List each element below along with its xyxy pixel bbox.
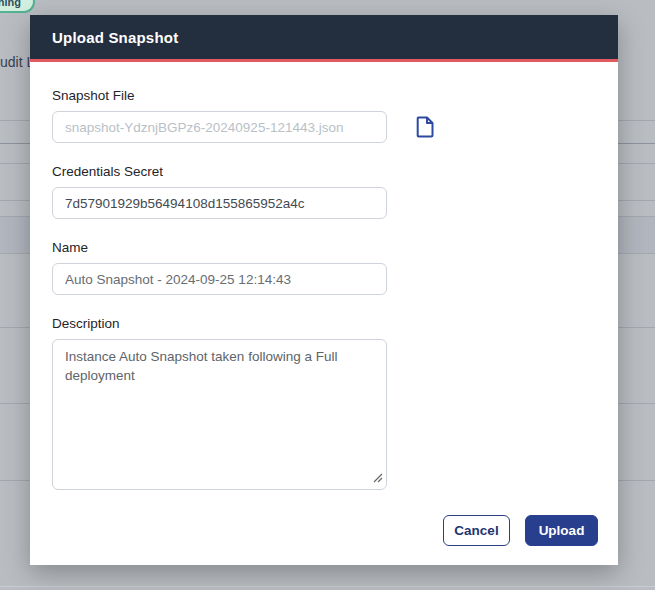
cancel-button[interactable]: Cancel: [443, 515, 510, 546]
credentials-secret-label: Credentials Secret: [52, 164, 596, 179]
status-badge: running: [0, 0, 35, 13]
modal-body: Snapshot File Credentials Secret Name De…: [30, 62, 618, 515]
modal-title: Upload Snapshot: [52, 29, 178, 46]
description-label: Description: [52, 316, 596, 331]
upload-snapshot-modal: Upload Snapshot Snapshot File Credential…: [30, 15, 618, 565]
upload-button[interactable]: Upload: [525, 515, 598, 546]
status-badge-label: running: [0, 0, 21, 8]
credentials-secret-input[interactable]: [52, 187, 387, 219]
description-field: Description Instance Auto Snapshot taken…: [52, 316, 596, 494]
snapshot-file-field: Snapshot File: [52, 88, 596, 143]
name-label: Name: [52, 240, 596, 255]
page-footer-divider: [0, 586, 655, 587]
name-input[interactable]: [52, 263, 387, 295]
credentials-secret-field: Credentials Secret: [52, 164, 596, 219]
description-textarea[interactable]: Instance Auto Snapshot taken following a…: [52, 339, 387, 490]
file-icon[interactable]: [414, 115, 436, 139]
modal-footer: Cancel Upload: [30, 515, 618, 565]
modal-header: Upload Snapshot: [30, 15, 618, 62]
name-field: Name: [52, 240, 596, 295]
snapshot-file-input[interactable]: [52, 111, 387, 143]
snapshot-file-label: Snapshot File: [52, 88, 596, 103]
